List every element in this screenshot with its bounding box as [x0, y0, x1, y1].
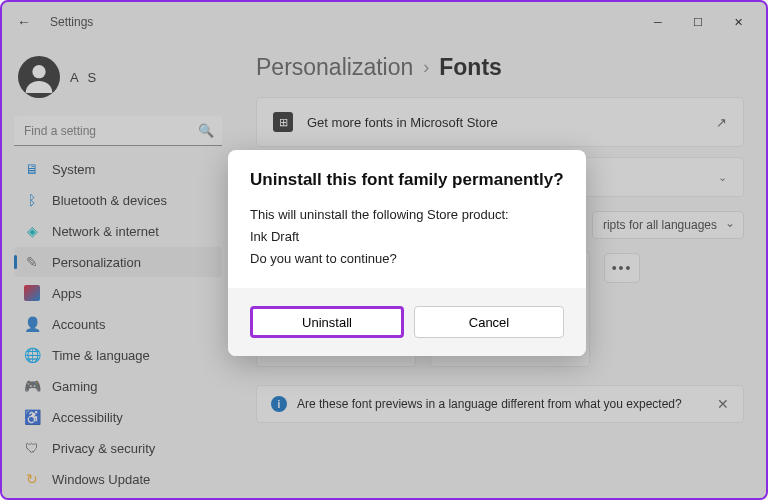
cancel-button[interactable]: Cancel [414, 306, 564, 338]
dialog-confirm-text: Do you want to continue? [250, 248, 564, 270]
dialog-text: This will uninstall the following Store … [250, 204, 564, 226]
dialog-title: Uninstall this font family permanently? [250, 170, 564, 190]
dialog-product: Ink Draft [250, 226, 564, 248]
uninstall-button[interactable]: Uninstall [250, 306, 404, 338]
uninstall-dialog: Uninstall this font family permanently? … [228, 150, 586, 356]
